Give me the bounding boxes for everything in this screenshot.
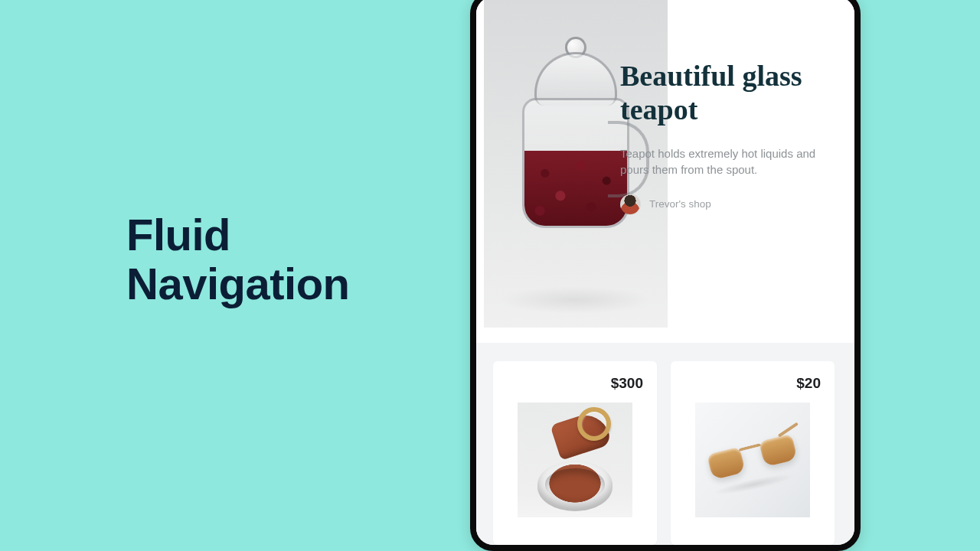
hero-text-block: Beautiful glass teapot Teapot holds extr… [620,60,841,214]
hero-section[interactable]: Beautiful glass teapot Teapot holds extr… [476,0,854,335]
shop-name: Trevor's shop [649,198,711,210]
headline-line-1: Fluid [126,210,350,259]
product-grid[interactable]: $300 $20 [476,343,854,545]
hero-description: Teapot holds extremely hot liquids and p… [620,146,835,178]
device-frame: Beautiful glass teapot Teapot holds extr… [470,0,861,551]
shop-link[interactable]: Trevor's shop [620,194,841,214]
hero-title: Beautiful glass teapot [620,60,841,126]
marketing-headline: Fluid Navigation [126,210,350,308]
product-image-belt [518,403,632,517]
product-price: $300 [507,375,643,392]
headline-line-2: Navigation [126,259,350,308]
product-price: $20 [684,375,821,392]
product-card-sunglasses[interactable]: $20 [671,361,835,545]
product-image-sunglasses [695,403,810,517]
product-card-belt[interactable]: $300 [493,361,657,545]
avatar [620,194,640,214]
